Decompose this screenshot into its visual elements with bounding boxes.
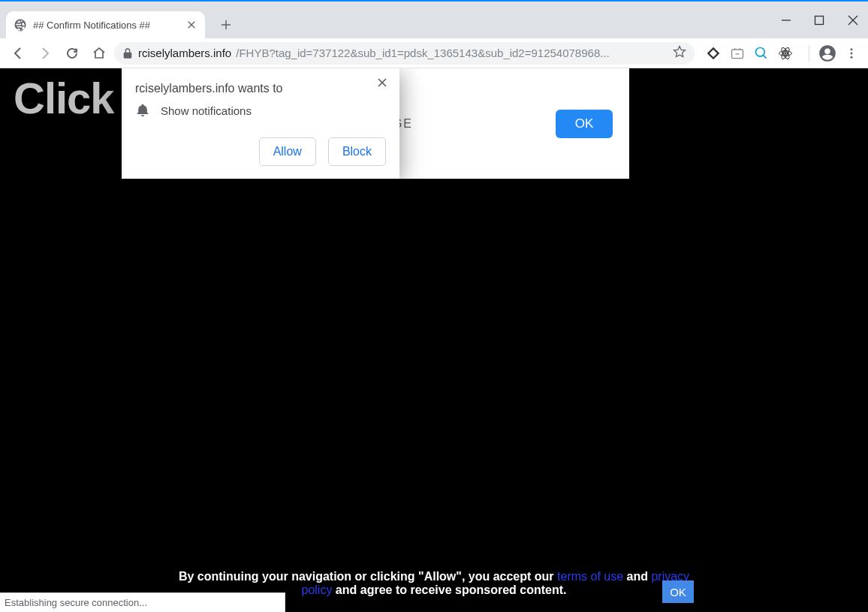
- consent-text-3: and agree to receive sponsored content.: [332, 583, 566, 596]
- extension-icons: [698, 45, 801, 62]
- prompt-close-button[interactable]: [375, 76, 389, 89]
- consent-text-2: and: [623, 570, 651, 583]
- svg-point-9: [851, 52, 853, 54]
- window-minimize-button[interactable]: [781, 15, 791, 26]
- privacy-policy-link-2[interactable]: policy: [302, 583, 333, 596]
- toolbar-divider: [809, 45, 809, 62]
- browser-menu-button[interactable]: [841, 43, 862, 64]
- consent-ok-button[interactable]: OK: [662, 580, 694, 603]
- svg-rect-0: [815, 16, 824, 24]
- status-bar-text: Establishing secure connection...: [5, 597, 147, 608]
- address-host: rciselylambers.info: [138, 47, 231, 59]
- page-content: Click at you are PAGE OK rciselylambers.…: [0, 68, 868, 612]
- lock-icon: [122, 47, 134, 59]
- tab-close-button[interactable]: [185, 19, 197, 31]
- consent-text-1: By continuing your navigation or clickin…: [179, 570, 557, 583]
- prompt-origin-text: rciselylambers.info wants to: [135, 82, 386, 95]
- window-maximize-button[interactable]: [814, 15, 824, 26]
- svg-point-4: [785, 53, 786, 54]
- extension-icon-1[interactable]: [705, 45, 722, 62]
- extension-icon-2[interactable]: [729, 45, 746, 62]
- browser-toolbar: rciselylambers.info/FHYB?tag_id=737122&s…: [0, 38, 868, 68]
- globe-icon: [14, 18, 27, 32]
- terms-of-use-link[interactable]: terms of use: [557, 570, 623, 583]
- svg-point-10: [851, 56, 853, 58]
- tab-title: ## Confirm Notifications ##: [33, 20, 179, 31]
- svg-point-8: [851, 48, 853, 50]
- prompt-allow-button[interactable]: Allow: [259, 137, 316, 166]
- nav-forward-button[interactable]: [33, 41, 57, 65]
- notification-permission-prompt: rciselylambers.info wants to Show notifi…: [122, 68, 399, 179]
- window-close-button[interactable]: [847, 14, 859, 26]
- nav-reload-button[interactable]: [60, 41, 84, 65]
- prompt-block-button[interactable]: Block: [328, 137, 386, 166]
- new-tab-button[interactable]: [215, 14, 237, 35]
- bookmark-star-button[interactable]: [672, 44, 687, 62]
- profile-avatar-button[interactable]: [817, 43, 838, 64]
- nav-back-button[interactable]: [6, 41, 30, 65]
- address-path: /FHYB?tag_id=737122&sub_id1=pdsk_1365143…: [236, 47, 610, 59]
- window-titlebar: ## Confirm Notifications ##: [0, 0, 868, 38]
- browser-tab[interactable]: ## Confirm Notifications ##: [6, 11, 205, 38]
- prompt-permission-label: Show notifications: [161, 104, 252, 117]
- svg-point-2: [756, 47, 765, 56]
- prompt-permission-row: Show notifications: [135, 103, 386, 118]
- address-bar[interactable]: rciselylambers.info/FHYB?tag_id=737122&s…: [114, 42, 695, 65]
- status-bar: Establishing secure connection...: [0, 592, 285, 612]
- bell-icon: [135, 103, 150, 118]
- page-popup-ok-button[interactable]: OK: [556, 110, 613, 138]
- extension-icon-3[interactable]: [753, 45, 770, 62]
- extension-icon-4[interactable]: [777, 45, 794, 62]
- nav-home-button[interactable]: [87, 41, 111, 65]
- window-controls: [781, 2, 868, 38]
